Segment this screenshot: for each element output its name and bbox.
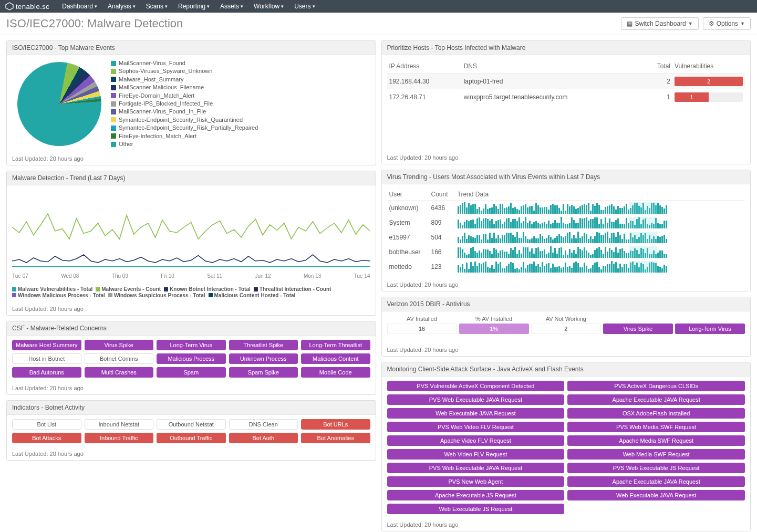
legend-swatch	[111, 77, 116, 82]
csf-cell[interactable]: Spam Spike	[229, 367, 298, 378]
user-cell: mettedo	[387, 259, 429, 274]
nav-dashboard[interactable]: Dashboard ▾	[62, 3, 97, 10]
attack-cell[interactable]: PVS Web Executable JAVA Request	[387, 394, 565, 405]
legend-swatch	[209, 293, 213, 297]
virus-trend-table: UserCountTrend Data (unknown)6436System8…	[387, 189, 745, 274]
csf-cell[interactable]: Malware Host Summery	[12, 340, 81, 350]
dns-cell: laptop-01-fred	[462, 74, 643, 90]
x-tick: Mon 13	[304, 273, 321, 279]
vuln-cell: 1	[672, 89, 745, 105]
legend-swatch	[96, 287, 100, 291]
botnet-cell[interactable]: Bot Attacks	[12, 433, 81, 443]
nav-workflow[interactable]: Workflow ▾	[254, 3, 284, 10]
x-tick: Tue 07	[12, 273, 28, 279]
dbir-cell[interactable]: 1%	[459, 324, 529, 334]
csf-cell[interactable]: Long-Term Virus	[157, 340, 226, 350]
attack-cell[interactable]: Web Executable JAVA Request	[387, 408, 565, 419]
pie-chart	[17, 62, 101, 146]
attack-cell[interactable]: PVS ActiveX Dangerous CLSIDs	[567, 381, 745, 391]
dbir-head: AV Installed% AV InstalledAV Not Working	[387, 316, 745, 324]
csf-cell[interactable]: Malicious Process	[157, 353, 226, 364]
csf-cell[interactable]: Botnet Comms	[85, 353, 154, 364]
attack-cell[interactable]: PVS Web Executable JS Request	[567, 463, 745, 473]
brand-name: tenable.sc	[16, 3, 49, 11]
csf-cell[interactable]: Mobile Code	[301, 367, 370, 378]
dbir-cell[interactable]: Virus Spike	[603, 324, 673, 334]
dbir-cell[interactable]: 16	[387, 324, 457, 334]
dbir-row: 161%2Virus SpikeLong-Term Virus	[387, 324, 745, 334]
options-button[interactable]: ⚙ Options ▼	[703, 17, 751, 30]
attack-cell[interactable]: PVS Web Media SWF Request	[567, 422, 745, 432]
user-cell: e15997	[387, 230, 429, 245]
nav-analysis[interactable]: Analysis ▾	[108, 3, 136, 10]
dbir-cell[interactable]: 2	[531, 324, 601, 334]
botnet-cell[interactable]: Bot Auth	[229, 433, 298, 443]
attack-cell[interactable]: PVS Vulnerable ActiveX Component Detecte…	[387, 381, 565, 391]
pie-updated: Last Updated: 20 hours ago	[7, 152, 376, 165]
attack-cell[interactable]: Web Media SWF Request	[567, 449, 745, 460]
trend-cell	[455, 215, 745, 230]
nav-scans[interactable]: Scans ▾	[146, 3, 168, 10]
dbir-cell[interactable]: Long-Term Virus	[675, 324, 745, 334]
attack-cell[interactable]: Apache Executable JAVA Request	[567, 394, 745, 405]
dns-cell: winxppro5.target.tenablesecurity.com	[462, 89, 643, 105]
attack-cell[interactable]: Web Video FLV Request	[387, 449, 565, 460]
attack-cell[interactable]: PVS Web Video FLV Request	[387, 422, 565, 432]
count-cell: 504	[429, 230, 455, 245]
dbir-col: AV Not Working	[531, 316, 601, 322]
trend-chart: Tue 07Wed 08Thu 09Fri 10Sat 11Jun 12Mon …	[12, 190, 370, 284]
csf-cell[interactable]: Long-Term Threatlist	[301, 340, 370, 350]
table-row[interactable]: mettedo123	[387, 259, 745, 274]
trend-title: Malware Detection - Trend (Last 7 Days)	[7, 171, 376, 185]
attack-cell[interactable]: Apache Video FLV Request	[387, 435, 565, 446]
nav-assets[interactable]: Assets ▾	[220, 3, 243, 10]
botnet-cell[interactable]: Inbound Netstat	[85, 419, 154, 430]
csf-cell[interactable]: Virus Spike	[85, 340, 154, 350]
attack-cell[interactable]: PVS New Web Agent	[387, 476, 565, 487]
legend-swatch	[111, 133, 116, 139]
legend-swatch	[12, 293, 16, 297]
attack-cell[interactable]: OSX AdobeFlash Installed	[567, 408, 745, 419]
hosts-table: IP AddressDNSTotalVulnerabilities 192.16…	[387, 59, 745, 105]
trend-cell	[455, 230, 745, 245]
attack-cell[interactable]: Apache Media SWF Request	[567, 435, 745, 446]
page-header: ISO/IEC27000: Malware Detection ▦ Switch…	[0, 13, 757, 35]
table-row[interactable]: e15997504	[387, 230, 745, 245]
attack-cell[interactable]: Apache Executable JAVA Request	[567, 476, 745, 487]
csf-cell[interactable]: Host in Botnet	[12, 353, 81, 364]
botnet-cell[interactable]: Inbound Traffic	[85, 433, 154, 443]
trend-legend: Malware Vulnerabilities - TotalMalware E…	[12, 286, 370, 298]
chevron-down-icon: ▾	[133, 4, 136, 9]
switch-dashboard-button[interactable]: ▦ Switch Dashboard ▼	[621, 17, 698, 30]
table-row[interactable]: bobtheuser166	[387, 245, 745, 259]
pie-legend: MailScanner-Virus_FoundSophos-Viruses_Sp…	[111, 59, 258, 148]
csf-cell[interactable]: Multi Crashes	[85, 367, 154, 378]
legend-label: MailScanner-Virus_Found_In_File	[119, 108, 206, 116]
csf-cell[interactable]: Threatlist Spike	[229, 340, 298, 350]
csf-cell[interactable]: Spam	[157, 367, 226, 378]
botnet-cell[interactable]: Bot URLs	[301, 419, 370, 430]
botnet-cell[interactable]: Bot List	[12, 419, 81, 430]
attack-cell[interactable]: Web Executable JAVA Request	[567, 490, 745, 500]
csf-cell[interactable]: Malicious Content	[301, 353, 370, 364]
legend-label: FireEye-Infection_Match_Alert	[119, 132, 196, 140]
legend-swatch	[111, 117, 116, 122]
table-row[interactable]: System809	[387, 215, 745, 230]
table-row[interactable]: 172.26.48.71winxppro5.target.tenablesecu…	[387, 89, 745, 105]
hosts-updated: Last Updated: 20 hours ago	[382, 151, 751, 164]
nav-reporting[interactable]: Reporting ▾	[178, 3, 210, 10]
attack-cell[interactable]: PVS Web Executable JAVA Request	[387, 463, 565, 473]
botnet-cell[interactable]: Bot Anomalies	[301, 433, 370, 443]
attack-cell[interactable]: Web Executable JS Request	[387, 504, 565, 514]
csf-cell[interactable]: Unknown Process	[229, 353, 298, 364]
nav-users[interactable]: Users ▾	[294, 3, 315, 10]
attack-cell[interactable]: Apache Executable JS Request	[387, 490, 565, 500]
botnet-cell[interactable]: Outbound Netstat	[157, 419, 226, 430]
csf-cell[interactable]: Bad Autoruns	[12, 367, 81, 378]
botnet-cell[interactable]: DNS Clean	[229, 419, 298, 430]
botnet-cell[interactable]: Outbound Traffic	[157, 433, 226, 443]
x-tick: Tue 14	[354, 273, 370, 279]
table-row[interactable]: (unknown)6436	[387, 201, 745, 216]
legend-label: Other	[119, 140, 133, 148]
table-row[interactable]: 192.168.44.30laptop-01-fred22	[387, 74, 745, 90]
